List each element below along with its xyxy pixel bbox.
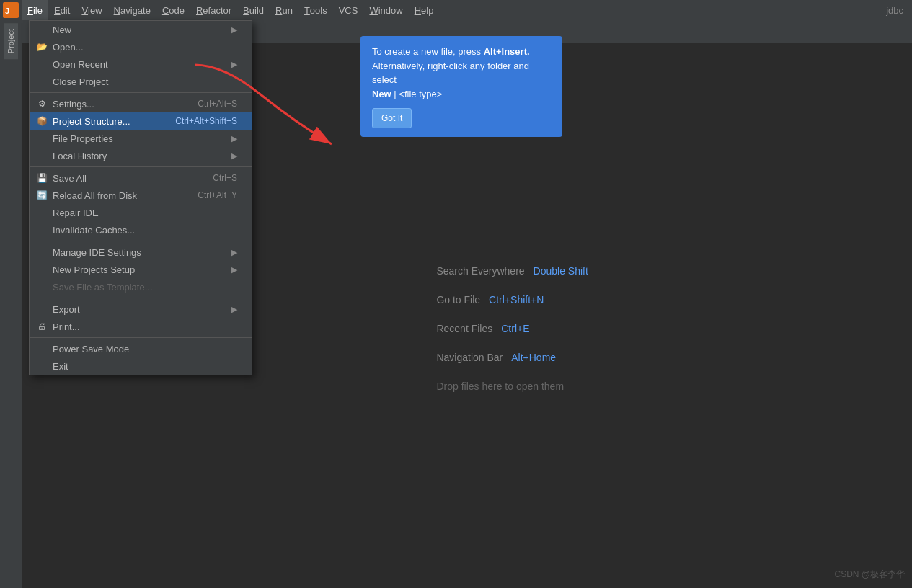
menu-window[interactable]: Window xyxy=(363,0,408,20)
menu-item-exit-label: Exit xyxy=(53,361,237,372)
recent-files-label: Recent Files xyxy=(436,323,492,334)
menu-item-invalidate-caches-label: Invalidate Caches... xyxy=(53,225,237,236)
menu-item-project-structure-label: Project Structure... xyxy=(53,116,161,127)
navigation-bar-key: Alt+Home xyxy=(511,352,556,363)
menu-navigate[interactable]: Navigate xyxy=(108,0,156,20)
menu-item-manage-ide-label: Manage IDE Settings xyxy=(53,247,229,258)
goto-file-row: Go to File Ctrl+Shift+N xyxy=(436,294,588,306)
menu-file[interactable]: File xyxy=(22,0,48,20)
menu-item-new[interactable]: New ▶ xyxy=(30,21,252,38)
tooltip-file-type: file type xyxy=(404,89,437,99)
menu-item-file-properties-label: File Properties xyxy=(53,133,229,144)
menu-item-repair-ide-label: Repair IDE xyxy=(53,208,237,218)
menu-help[interactable]: Help xyxy=(409,0,440,20)
file-menu-dropdown: New ▶ 📂 Open... Open Recent ▶ Close Proj… xyxy=(29,20,252,375)
menu-item-print[interactable]: 🖨 Print... xyxy=(30,318,252,335)
menu-item-new-label: New xyxy=(53,24,229,35)
menu-vcs[interactable]: VCS xyxy=(333,0,364,20)
menu-item-new-projects-setup-label: New Projects Setup xyxy=(53,264,229,275)
welcome-shortcuts: Search Everywhere Double Shift Go to Fil… xyxy=(436,265,588,392)
reload-icon: 🔄 xyxy=(35,190,48,200)
menu-run[interactable]: Run xyxy=(270,0,298,20)
drop-files-text: Drop files here to open them xyxy=(436,380,564,392)
menu-item-open[interactable]: 📂 Open... xyxy=(30,38,252,55)
got-it-button[interactable]: Got It xyxy=(372,108,412,128)
menu-item-open-label: Open... xyxy=(53,42,237,53)
menu-edit[interactable]: Edit xyxy=(48,0,76,20)
menu-item-reload-all-label: Reload All from Disk xyxy=(53,190,183,201)
menu-item-reload-all-shortcut: Ctrl+Alt+Y xyxy=(198,190,237,200)
settings-menu-icon: ⚙ xyxy=(35,99,48,109)
menu-item-local-history-arrow: ▶ xyxy=(231,151,237,161)
menu-item-project-structure[interactable]: 📦 Project Structure... Ctrl+Alt+Shift+S xyxy=(30,112,252,130)
menu-item-settings-shortcut: Ctrl+Alt+S xyxy=(198,99,237,109)
menu-item-invalidate-caches[interactable]: Invalidate Caches... xyxy=(30,221,252,239)
divider-2 xyxy=(30,166,252,167)
menu-item-local-history-label: Local History xyxy=(53,151,229,161)
project-name: jdbc xyxy=(886,5,909,16)
menu-item-new-arrow: ▶ xyxy=(231,25,237,35)
menu-item-power-save[interactable]: Power Save Mode xyxy=(30,340,252,357)
menu-item-manage-ide-arrow: ▶ xyxy=(231,248,237,257)
goto-file-label: Go to File xyxy=(436,294,480,306)
divider-5 xyxy=(30,337,252,338)
menu-item-settings-label: Settings... xyxy=(53,99,183,110)
menu-build[interactable]: Build xyxy=(237,0,270,20)
menu-item-open-recent-arrow: ▶ xyxy=(231,60,237,69)
menu-item-manage-ide[interactable]: Manage IDE Settings ▶ xyxy=(30,244,252,261)
menu-item-save-template-label: Save File as Template... xyxy=(53,282,237,293)
menu-item-close-project-label: Close Project xyxy=(53,76,237,87)
menu-item-file-properties-arrow: ▶ xyxy=(231,134,237,143)
watermark: CSDN @极客李华 xyxy=(834,569,905,581)
menu-item-export-arrow: ▶ xyxy=(231,305,237,314)
menu-item-new-projects-setup[interactable]: New Projects Setup ▶ xyxy=(30,261,252,278)
goto-file-key: Ctrl+Shift+N xyxy=(489,294,544,306)
menu-item-power-save-label: Power Save Mode xyxy=(53,344,237,355)
menu-refactor[interactable]: Refactor xyxy=(190,0,237,20)
divider-4 xyxy=(30,298,252,298)
recent-files-key: Ctrl+E xyxy=(501,323,529,334)
menu-item-close-project[interactable]: Close Project xyxy=(30,73,252,90)
menu-item-repair-ide[interactable]: Repair IDE xyxy=(30,204,252,221)
menu-item-save-all[interactable]: 💾 Save All Ctrl+S xyxy=(30,169,252,187)
menu-tools[interactable]: Tools xyxy=(298,0,333,20)
drop-files-row: Drop files here to open them xyxy=(436,380,588,392)
divider-1 xyxy=(30,92,252,93)
menu-item-settings[interactable]: ⚙ Settings... Ctrl+Alt+S xyxy=(30,95,252,112)
menu-item-export[interactable]: Export ▶ xyxy=(30,300,252,318)
menu-item-new-projects-setup-arrow: ▶ xyxy=(231,265,237,275)
navigation-bar-row: Navigation Bar Alt+Home xyxy=(436,352,588,363)
menu-item-open-recent-label: Open Recent xyxy=(53,59,229,70)
menu-view[interactable]: View xyxy=(76,0,107,20)
menu-code[interactable]: Code xyxy=(156,0,190,20)
tooltip-shortcut: Alt+Insert. xyxy=(484,46,530,57)
tooltip-text: To create a new file, press Alt+Insert. … xyxy=(372,45,551,101)
menu-item-local-history[interactable]: Local History ▶ xyxy=(30,147,252,164)
menubar: J File Edit View Navigate Code Refactor … xyxy=(0,0,912,20)
divider-3 xyxy=(30,241,252,241)
navigation-bar-label: Navigation Bar xyxy=(436,352,503,363)
sidebar: Project xyxy=(0,20,22,588)
menu-item-exit[interactable]: Exit xyxy=(30,357,252,375)
menu-item-save-all-shortcut: Ctrl+S xyxy=(213,173,237,183)
search-everywhere-row: Search Everywhere Double Shift xyxy=(436,265,588,277)
menu-item-save-all-label: Save All xyxy=(53,173,198,184)
tooltip-new-bold: New xyxy=(372,89,391,99)
menu-item-project-structure-shortcut: Ctrl+Alt+Shift+S xyxy=(175,116,237,126)
menu-item-print-label: Print... xyxy=(53,321,237,332)
menu-item-open-recent[interactable]: Open Recent ▶ xyxy=(30,55,252,73)
project-structure-icon: 📦 xyxy=(35,116,48,126)
menu-item-save-template: Save File as Template... xyxy=(30,278,252,295)
menu-item-reload-all[interactable]: 🔄 Reload All from Disk Ctrl+Alt+Y xyxy=(30,187,252,204)
save-icon: 💾 xyxy=(35,173,48,183)
app-logo: J xyxy=(3,2,19,18)
print-icon: 🖨 xyxy=(35,321,48,331)
search-everywhere-label: Search Everywhere xyxy=(436,265,524,277)
sidebar-project-tab[interactable]: Project xyxy=(4,23,18,59)
menu-item-export-label: Export xyxy=(53,304,229,315)
svg-text:J: J xyxy=(5,6,9,15)
tooltip-box: To create a new file, press Alt+Insert. … xyxy=(360,36,562,137)
recent-files-row: Recent Files Ctrl+E xyxy=(436,323,588,334)
folder-icon: 📂 xyxy=(35,42,48,52)
menu-item-file-properties[interactable]: File Properties ▶ xyxy=(30,130,252,147)
